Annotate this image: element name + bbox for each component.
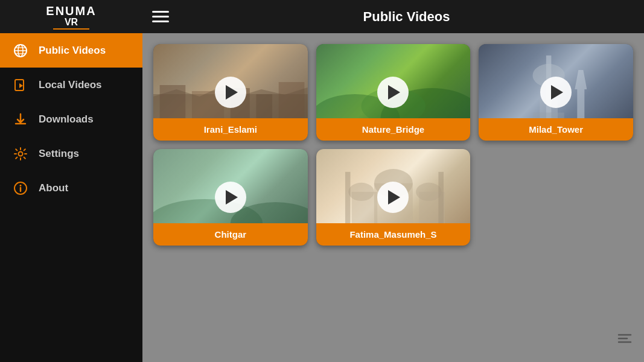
svg-rect-23 — [534, 113, 564, 118]
globe-icon — [12, 42, 29, 59]
svg-rect-12 — [160, 85, 186, 118]
video-title-nature: Nature_Bridge — [316, 118, 471, 141]
downloads-label: Downloads — [39, 113, 94, 125]
video-title-chitgar: Chitgar — [153, 223, 308, 246]
svg-point-10 — [20, 185, 22, 186]
svg-rect-15 — [256, 94, 272, 118]
logo-name: ENUMA — [46, 4, 96, 17]
video-card-irani-eslami[interactable]: Irani_Eslami — [153, 44, 308, 141]
local-videos-label: Local Videos — [39, 79, 102, 91]
play-triangle — [226, 190, 238, 205]
sidebar-item-public-videos[interactable]: Public Videos — [0, 33, 142, 68]
svg-rect-29 — [351, 192, 377, 223]
svg-marker-6 — [19, 83, 23, 88]
video-grid-row2: Chitgar — [153, 149, 633, 246]
video-card-chitgar[interactable]: Chitgar — [153, 149, 308, 246]
play-button-chitgar[interactable] — [215, 182, 246, 213]
svg-rect-16 — [279, 82, 305, 118]
svg-point-30 — [416, 183, 442, 201]
sidebar: Public Videos Local Videos Downloads — [0, 33, 142, 362]
play-button-nature[interactable] — [377, 77, 409, 108]
play-button-fatima[interactable] — [377, 182, 409, 213]
public-videos-label: Public Videos — [39, 45, 106, 57]
gear-icon — [12, 145, 29, 162]
download-icon — [12, 111, 29, 128]
video-title-milad: Milad_Tower — [479, 118, 633, 141]
bottom-right-icon — [615, 329, 634, 352]
video-grid-row1: Irani_Eslami Nature_Bridge — [153, 44, 633, 141]
svg-rect-32 — [345, 172, 351, 223]
sidebar-item-settings[interactable]: Settings — [0, 136, 142, 171]
video-title-irani: Irani_Eslami — [153, 118, 308, 141]
file-video-icon — [12, 77, 29, 94]
video-card-fatima-masumeh[interactable]: Fatima_Masumeh_S — [316, 149, 471, 246]
svg-point-28 — [348, 183, 374, 201]
sidebar-item-local-videos[interactable]: Local Videos — [0, 68, 142, 102]
play-triangle — [388, 85, 400, 100]
svg-point-7 — [19, 151, 23, 156]
play-triangle — [388, 190, 400, 205]
settings-label: Settings — [39, 148, 79, 160]
play-triangle — [226, 85, 238, 100]
video-card-nature-bridge[interactable]: Nature_Bridge — [316, 44, 471, 141]
svg-rect-31 — [419, 192, 445, 223]
logo-sub: VR — [65, 17, 78, 27]
page-title: Public Videos — [363, 9, 450, 25]
hamburger-button[interactable] — [142, 0, 169, 33]
play-button-milad[interactable] — [540, 77, 572, 108]
video-card-milad-tower[interactable]: Milad_Tower — [479, 44, 633, 141]
sidebar-item-about[interactable]: About — [0, 171, 142, 205]
about-label: About — [39, 182, 68, 194]
hamburger-icon — [152, 11, 169, 22]
info-icon — [12, 180, 29, 197]
play-button-irani[interactable] — [215, 77, 246, 108]
sidebar-item-downloads[interactable]: Downloads — [0, 102, 142, 136]
play-triangle — [551, 85, 563, 100]
svg-rect-33 — [438, 172, 444, 223]
video-title-fatima: Fatima_Masumeh_S — [316, 223, 471, 246]
logo-area: ENUMA VR — [0, 0, 142, 33]
content-area: Irani_Eslami Nature_Bridge — [142, 33, 644, 362]
